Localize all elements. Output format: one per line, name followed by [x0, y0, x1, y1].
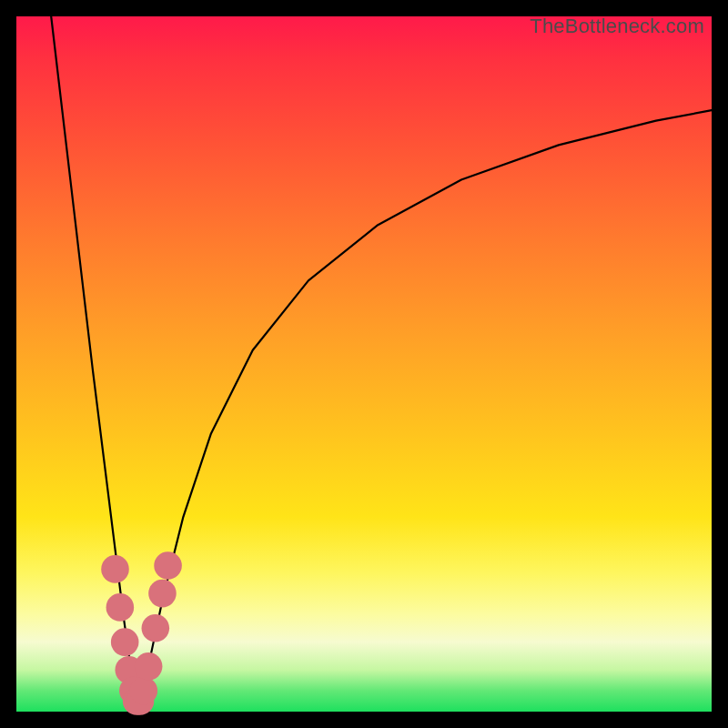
chart-frame: TheBottleneck.com	[0, 0, 728, 728]
highlight-dot	[148, 580, 177, 608]
highlight-dot	[130, 677, 158, 705]
highlight-dot	[154, 551, 182, 580]
highlight-dot	[142, 614, 170, 642]
series-right-branch	[138, 110, 712, 712]
highlight-dot	[135, 652, 163, 681]
curve-layer	[16, 16, 712, 712]
highlight-dot	[101, 555, 129, 583]
plot-area: TheBottleneck.com	[16, 16, 712, 712]
highlight-dot	[111, 628, 139, 656]
highlight-dot	[106, 593, 135, 622]
